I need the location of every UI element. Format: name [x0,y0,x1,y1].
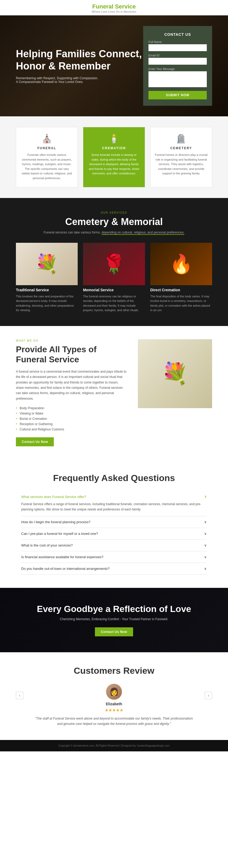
cremation-title: CREMATION [87,146,140,150]
what-we-do-section: WHAT WE DO Provide All Types of Funeral … [0,326,228,460]
fire-deco: 🔥 [170,253,193,275]
site-header: Funeral Service Where Love Lives On in M… [0,0,228,16]
reviewer-stars: ★★★★★ [27,708,201,713]
message-label: Enter Your Message [148,67,207,70]
memorial-description: The funeral ceremony can be religious or… [83,294,145,313]
funeral-description: Funerals often include various ceremonia… [21,153,73,181]
avatar-emoji: 👩 [110,687,119,696]
carousel-prev-button[interactable]: ‹ [16,692,23,699]
faq-chevron-5[interactable]: ∨ [204,555,207,559]
cemetery-services-grid: 💐 Traditional Service This involves the … [16,243,212,313]
faq-question-3-text: Can I pre-plan a funeral for myself or a… [21,532,98,536]
hero-text: Helping Families Connect, Honor & Rememb… [16,48,143,84]
bouquet-deco: 💐 [162,361,188,386]
memorial-title: Memorial Service [83,288,145,292]
faq-chevron-3[interactable]: ∨ [204,532,207,536]
reflection-section: Every Goodbye a Reflection of Love Cheri… [0,588,228,652]
service-cards-section: ⛪ FUNERAL Funerals often include various… [0,116,228,198]
what-we-do-content: WHAT WE DO Provide All Types of Funeral … [16,339,127,446]
full-name-label: Full Name [148,40,207,43]
cremation-image: 🔥 [150,243,212,285]
cemetery-title: CEMETERY [155,146,207,150]
site-footer: Copyright © domainname.com. All Rights R… [0,740,228,751]
faq-question-5[interactable]: Is financial assistance available for fu… [21,555,207,559]
cemetery-icon: 🪦 [155,133,207,144]
traditional-title: Traditional Service [16,288,78,292]
faq-chevron-6[interactable]: ∨ [204,567,207,570]
reviewer-name: Elizabeth [27,702,201,706]
faq-item-6: Do you handle out-of-town or internation… [21,563,207,575]
faq-section: Frequently Asked Questions What services… [0,460,228,588]
what-we-do-tag: WHAT WE DO [16,339,127,342]
faq-question-2[interactable]: How do I begin the funeral planning proc… [21,520,207,524]
reviews-section: Customers Review ‹ 👩 Elizabeth ★★★★★ "Th… [0,652,228,740]
contact-box: CONTACT US Full Name Email ID Enter Your… [143,26,212,106]
memorial-image: 🌹 [83,243,145,285]
faq-question-5-text: Is financial assistance available for fu… [21,555,104,559]
faq-question-6[interactable]: Do you handle out-of-town or internation… [21,567,207,570]
cemetery-section-tag: OUR SERVICES [16,211,212,214]
service-card-cemetery: 🪦 CEMETERY Funeral homes or directors pl… [150,127,212,187]
service-card-cremation: 🕯️ CREMATION Some funerals include a vie… [83,127,145,187]
faq-answer-1: Funeral Service offers a range of funera… [21,501,207,512]
faq-chevron-2[interactable]: ∨ [204,520,207,524]
what-we-do-description: A funeral service is a ceremonial event … [16,369,127,401]
faq-question-6-text: Do you handle out-of-town or internation… [21,567,110,570]
hero-section: Helping Families Connect, Honor & Rememb… [0,16,228,116]
traditional-description: This involves the care and preparation o… [16,294,78,313]
what-we-do-image: 💐 [138,339,212,408]
faq-item-4: What is the cost of your services? ∨ [21,539,207,551]
hero-description: Remembering with Respect, Supporting wit… [16,76,101,84]
faq-question-4-text: What is the cost of your services? [21,543,73,547]
funeral-title: FUNERAL [21,146,73,150]
reflection-cta-button[interactable]: Contact Us Now [95,627,133,637]
list-item-burial: Burial or Cremation [16,416,127,422]
faq-item-2: How do I begin the funeral planning proc… [21,516,207,528]
cremation-icon: 🕯️ [87,133,140,144]
carousel-next-button[interactable]: › [205,692,212,699]
faq-chevron-1[interactable]: ∧ [204,495,207,499]
full-name-input[interactable] [148,44,207,51]
review-carousel: ‹ 👩 Elizabeth ★★★★★ "The staff at Funera… [16,684,212,727]
service-card-funeral: ⛪ FUNERAL Funerals often include various… [16,127,78,187]
list-item-body: Body Preparation [16,405,127,411]
email-label: Email ID [148,54,207,57]
faq-heading: Frequently Asked Questions [21,473,207,483]
funeral-icon: ⛪ [21,133,73,144]
what-we-do-list: Body Preparation Viewing or Wake Burial … [16,405,127,432]
cemetery-sub: Funeral services can take various forms,… [16,230,212,235]
site-logo-subtitle: Where Love Lives On in Memories [0,10,228,13]
traditional-image: 💐 [16,243,78,285]
contact-us-now-button[interactable]: Contact Us Now [16,437,54,446]
faq-question-1[interactable]: What services does Funeral Service offer… [21,495,207,499]
submit-button[interactable]: SUBMIT NOW [148,91,207,99]
message-input[interactable] [148,71,207,87]
reviewer-avatar: 👩 [106,684,122,700]
service-memorial: 🌹 Memorial Service The funeral ceremony … [83,243,145,313]
reflection-sub: Cherishing Memories, Embracing Comfort -… [10,617,218,621]
cremation-description: Some funerals include a viewing or wake,… [87,153,140,176]
cemetery-sub-underline: depending on cultural, religious, and pe… [102,230,184,235]
cremation-card-description: The final disposition of the body varies… [150,294,212,313]
list-item-reception: Reception or Gathering [16,422,127,427]
cemetery-description: Funeral homes or directors play a crucia… [155,153,207,176]
faq-item-3: Can I pre-plan a funeral for myself or a… [21,528,207,539]
what-we-do-heading: Provide All Types of Funeral Service [16,344,127,365]
cremation-card-title: Direct Cremation [150,288,212,292]
faq-item-5: Is financial assistance available for fu… [21,551,207,563]
faq-chevron-4[interactable]: ∨ [204,543,207,547]
cemetery-heading: Cemetery & Memorial [16,216,212,227]
list-item-cultural: Cultural and Religious Customs [16,427,127,432]
footer-text: Copyright © domainname.com. All Rights R… [4,744,224,747]
site-logo-title: Funeral Service [0,3,228,10]
faq-question-3[interactable]: Can I pre-plan a funeral for myself or a… [21,532,207,536]
faq-question-1-text: What services does Funeral Service offer… [21,495,86,499]
flowers-deco: 💐 [35,253,58,275]
reviews-heading: Customers Review [16,665,212,676]
faq-question-4[interactable]: What is the cost of your services? ∨ [21,543,207,547]
cemetery-memorial-section: OUR SERVICES Cemetery & Memorial Funeral… [0,198,228,326]
email-input[interactable] [148,58,207,65]
contact-box-title: CONTACT US [148,32,207,37]
review-text: "The staff at Funeral Service went above… [34,716,194,727]
hero-heading: Helping Families Connect, Honor & Rememb… [16,48,143,72]
